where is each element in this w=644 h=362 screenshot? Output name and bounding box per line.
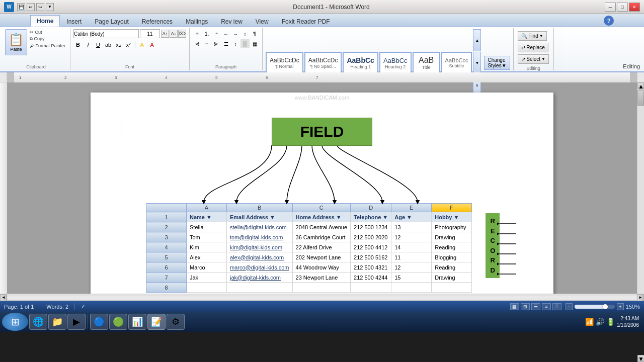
row-6-address[interactable]: 44 Woodrow Way: [292, 262, 351, 273]
tab-foxit[interactable]: Foxit Reader PDF: [275, 16, 337, 27]
row-4-age[interactable]: 14: [391, 242, 432, 252]
align-right-button[interactable]: ⫸: [212, 39, 221, 48]
web-layout-btn[interactable]: ☰: [531, 303, 540, 310]
style-title[interactable]: AaB Title: [413, 52, 440, 74]
row-6-email[interactable]: marco@digital-kids.com: [227, 262, 293, 273]
font-family-input[interactable]: [73, 29, 139, 38]
quick-dropdown-btn[interactable]: ▼: [46, 3, 54, 11]
row-7-address[interactable]: 23 Newport Lane: [292, 273, 351, 283]
scroll-left-btn[interactable]: ◄: [0, 294, 7, 301]
full-screen-btn[interactable]: ⊞: [521, 303, 530, 310]
taskbar-app1-button[interactable]: 🟢: [109, 314, 127, 330]
border-button[interactable]: ▦: [250, 39, 259, 48]
scroll-up-btn[interactable]: ▲: [637, 82, 644, 89]
tab-insert[interactable]: Insert: [60, 16, 88, 27]
row-7-hobby[interactable]: Drawing: [432, 273, 472, 283]
quick-save-btn[interactable]: 💾: [17, 3, 25, 11]
row-7-email[interactable]: jak@digital-kids.com: [227, 273, 293, 283]
sort-button[interactable]: ↕: [240, 29, 250, 38]
italic-button[interactable]: I: [84, 40, 93, 49]
taskbar-chrome-button[interactable]: 🔵: [90, 314, 108, 330]
zoom-thumb[interactable]: [603, 304, 608, 309]
zoom-slider[interactable]: [575, 305, 615, 309]
style-heading1[interactable]: AaBbCc Heading 1: [343, 52, 378, 74]
strikethrough-button[interactable]: ab: [104, 40, 113, 49]
row-8-address[interactable]: [292, 283, 351, 293]
print-layout-btn[interactable]: ▦: [510, 303, 519, 310]
superscript-button[interactable]: x²: [124, 40, 133, 49]
row-5-hobby[interactable]: Blogging: [432, 252, 472, 262]
row-3-hobby[interactable]: Drawing: [432, 232, 472, 242]
start-button[interactable]: ⊞: [2, 313, 28, 331]
tab-references[interactable]: References: [135, 16, 179, 27]
taskbar-app2-button[interactable]: 📊: [128, 314, 146, 330]
select-button[interactable]: ↗ Select ▼: [518, 54, 549, 64]
align-center-button[interactable]: ≡: [202, 39, 211, 48]
close-button[interactable]: ✕: [629, 3, 640, 12]
row-5-age[interactable]: 11: [391, 252, 432, 262]
row-3-name[interactable]: Tom: [187, 232, 227, 242]
row-8-age[interactable]: [391, 283, 432, 293]
replace-button[interactable]: ⇄ Replace: [518, 43, 548, 52]
row-8-name[interactable]: [187, 283, 227, 293]
tab-page-layout[interactable]: Page Layout: [88, 16, 135, 27]
format-painter-button[interactable]: 🖌 Format Painter: [28, 43, 67, 49]
row-5-name[interactable]: Alex: [187, 252, 227, 262]
bold-button[interactable]: B: [73, 40, 83, 49]
taskbar-explorer-button[interactable]: 📁: [48, 314, 66, 330]
clear-format-btn[interactable]: ⌦: [178, 30, 186, 38]
tab-review[interactable]: Rev iew: [214, 16, 249, 27]
row-5-address[interactable]: 202 Newport Lane: [292, 252, 351, 262]
taskbar-word-button[interactable]: 📝: [147, 314, 166, 330]
justify-button[interactable]: ☰: [221, 39, 230, 48]
row-4-tel[interactable]: 212 500 4412: [351, 242, 391, 252]
row-3-age[interactable]: 12: [391, 232, 432, 242]
bullets-button[interactable]: ≡: [193, 29, 202, 38]
row-8-tel[interactable]: [351, 283, 391, 293]
maximize-button[interactable]: □: [617, 3, 628, 12]
page-area[interactable]: www.BANDICAM.com FIELD: [7, 82, 637, 294]
text-highlight-button[interactable]: A: [137, 40, 146, 49]
style-normal[interactable]: AaBbCcDc ¶ Normal: [266, 52, 303, 74]
scroll-right-btn[interactable]: ►: [637, 294, 644, 301]
quick-undo-btn[interactable]: ↩: [27, 3, 35, 11]
paste-button[interactable]: 📋 Paste: [5, 29, 27, 55]
row-3-email[interactable]: tom@digital-kids.com: [227, 232, 293, 242]
row-6-name[interactable]: Marco: [187, 262, 227, 273]
quick-redo-btn[interactable]: ↪: [36, 3, 44, 11]
shading-button[interactable]: ░: [240, 39, 250, 48]
row-6-tel[interactable]: 212 500 4321: [351, 262, 391, 273]
zoom-out-btn[interactable]: −: [566, 303, 573, 310]
line-spacing-button[interactable]: ↕: [231, 39, 240, 48]
decrease-font-btn[interactable]: A↓: [170, 30, 178, 38]
style-heading2[interactable]: AaBbCc Heading 2: [379, 52, 412, 74]
show-hide-button[interactable]: ¶: [250, 29, 259, 38]
multilevel-button[interactable]: ⁼: [212, 29, 221, 38]
row-6-hobby[interactable]: Reading: [432, 262, 472, 273]
help-button[interactable]: ?: [604, 16, 614, 26]
styles-scroll-down[interactable]: ▼: [473, 52, 481, 74]
row-8-hobby[interactable]: [432, 283, 472, 293]
tab-home[interactable]: Home: [30, 15, 60, 27]
change-styles-button[interactable]: ChangeStyles▼: [484, 56, 510, 70]
row-7-age[interactable]: 15: [391, 273, 432, 283]
cut-button[interactable]: ✂ Cut: [28, 29, 67, 35]
zoom-in-btn[interactable]: +: [617, 303, 624, 310]
style-subtitle[interactable]: AaBbCcc Subtitle: [441, 52, 472, 74]
row-4-hobby[interactable]: Reading: [432, 242, 472, 252]
minimize-button[interactable]: ─: [605, 3, 616, 12]
find-button[interactable]: 🔍 Find ▼: [518, 31, 546, 41]
align-left-button[interactable]: ⫷: [193, 39, 202, 48]
numbering-button[interactable]: 1.: [202, 29, 211, 38]
font-size-input[interactable]: [140, 29, 160, 38]
row-5-tel[interactable]: 212 500 5162: [351, 252, 391, 262]
style-no-spacing[interactable]: AaBbCcDc ¶ No Spaci...: [304, 52, 342, 74]
scroll-thumb[interactable]: [637, 90, 644, 106]
row-4-email[interactable]: kim@digital-kids.com: [227, 242, 293, 252]
vertical-scrollbar[interactable]: ▲ ▼: [637, 82, 644, 294]
taskbar-app3-button[interactable]: ⚙: [167, 314, 185, 330]
taskbar-media-button[interactable]: ▶: [67, 314, 86, 330]
row-4-name[interactable]: Kim: [187, 242, 227, 252]
outline-btn[interactable]: ≡: [542, 303, 551, 310]
row-8-email[interactable]: [227, 283, 293, 293]
